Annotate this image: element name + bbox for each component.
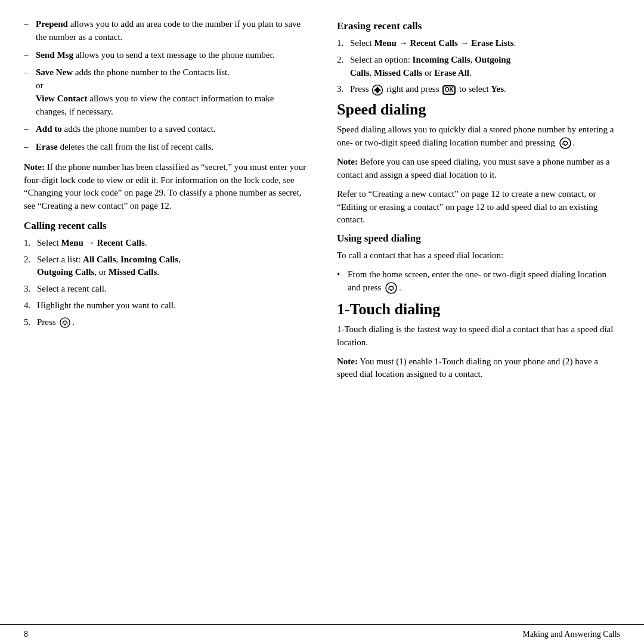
touch-note: Note: You must (1) enable 1-Touch dialin… (337, 355, 620, 382)
term-prepend: Prepend (36, 19, 68, 29)
term-sendmsg: Send Msg (36, 50, 73, 60)
step5-text: Press . (37, 317, 75, 327)
calling-heading: Calling recent calls (24, 220, 307, 232)
speed-dialing-heading: Speed dialing (337, 101, 620, 119)
erase-step3: Press right and press OK to select Yes. (350, 84, 506, 94)
term-prepend-text: allows you to add an area code to the nu… (36, 19, 301, 42)
calling-steps-list: Select Menu → Recent Calls. Select a lis… (24, 237, 307, 329)
footer-title: Making and Answering Calls (522, 630, 620, 639)
list-item: Prepend allows you to add an area code t… (24, 18, 307, 44)
erase-step2: Select an option: Incoming Calls, Outgoi… (350, 55, 510, 78)
list-item: Erase deletes the call from the list of … (24, 141, 307, 154)
list-item: Select a recent call. (24, 283, 307, 296)
list-item: Press right and press OK to select Yes. (337, 83, 620, 96)
svg-marker-4 (374, 88, 376, 92)
list-item: Select Menu → Recent Calls. (24, 237, 307, 250)
touch-note-bold: Note: (337, 357, 358, 366)
svg-point-0 (60, 318, 70, 327)
using-bullet-list: From the home screen, enter the one- or … (337, 268, 620, 295)
right-column: Erasing recent calls Select Menu → Recen… (331, 18, 620, 624)
footer: 8 Making and Answering Calls (0, 624, 644, 644)
speed-refer: Refer to “Creating a new contact” on pag… (337, 188, 620, 227)
term-sendmsg-text: allows you to send a text message to the… (73, 50, 274, 60)
nav-icon (371, 84, 383, 96)
svg-marker-5 (379, 88, 381, 92)
step4-text: Highlight the number you want to call. (37, 301, 176, 310)
page: Prepend allows you to add an area code t… (0, 0, 644, 644)
step2-text: Select a list: All Calls, Incoming Calls… (37, 255, 181, 277)
touch-dialing-heading: 1-Touch dialing (337, 301, 620, 318)
list-item: Select an option: Incoming Calls, Outgoi… (337, 54, 620, 80)
list-item: Send Msg allows you to send a text messa… (24, 49, 307, 62)
term-addto-text: adds the phone number to a saved contact… (62, 124, 216, 134)
send-icon-using (385, 281, 398, 295)
svg-point-6 (376, 88, 379, 91)
touch-para1: 1-Touch dialing is the fastest way to sp… (337, 323, 620, 349)
svg-point-8 (386, 283, 397, 293)
view-contact-bold: View Contact (36, 94, 88, 103)
list-item: Save New adds the phone number to the Co… (24, 66, 307, 118)
speed-note-bold: Note: (337, 157, 358, 166)
term-erase: Erase (36, 142, 58, 151)
speed-para1: Speed dialing allows you to quickly dial… (337, 123, 620, 150)
ok-icon: OK (442, 85, 456, 95)
send-icon-speed (559, 137, 572, 150)
speed-note-text: Before you can use speed dialing, you mu… (337, 157, 610, 179)
list-item: Select Menu → Recent Calls → Erase Lists… (337, 37, 620, 50)
term-savenew: Save New (36, 67, 73, 77)
term-savenew-text: adds the phone number to the Contacts li… (73, 67, 230, 77)
list-item: Add to adds the phone number to a saved … (24, 123, 307, 136)
step1-text: Select Menu → Recent Calls. (37, 238, 147, 247)
content-area: Prepend allows you to add an area code t… (0, 0, 644, 624)
list-item: Highlight the number you want to call. (24, 299, 307, 312)
speed-note: Note: Before you can use speed dialing, … (337, 156, 620, 182)
page-number: 8 (24, 630, 28, 639)
erase-step1: Select Menu → Recent Calls → Erase Lists… (350, 38, 516, 48)
erasing-heading: Erasing recent calls (337, 20, 620, 32)
or-text: or (36, 80, 44, 90)
term-addto: Add to (36, 124, 62, 134)
using-bullet-text: From the home screen, enter the one- or … (348, 270, 606, 292)
list-item: Press . (24, 316, 307, 329)
options-bullet-list: Prepend allows you to add an area code t… (24, 18, 307, 154)
touch-note-text: You must (1) enable 1-Touch dialing on y… (337, 357, 598, 379)
svg-point-7 (560, 138, 571, 148)
step3-text: Select a recent call. (37, 284, 107, 293)
note-paragraph: Note: If the phone number has been class… (24, 161, 307, 213)
note-bold: Note: (24, 162, 45, 172)
list-item: Select a list: All Calls, Incoming Calls… (24, 253, 307, 280)
left-column: Prepend allows you to add an area code t… (24, 18, 313, 624)
using-intro: To call a contact that has a speed dial … (337, 249, 620, 262)
list-item: From the home screen, enter the one- or … (337, 268, 620, 295)
using-speed-heading: Using speed dialing (337, 233, 620, 244)
note-text: If the phone number has been classified … (24, 162, 306, 210)
erasing-steps-list: Select Menu → Recent Calls → Erase Lists… (337, 37, 620, 96)
send-icon (59, 317, 71, 329)
term-erase-text: deletes the call from the list of recent… (58, 142, 214, 151)
